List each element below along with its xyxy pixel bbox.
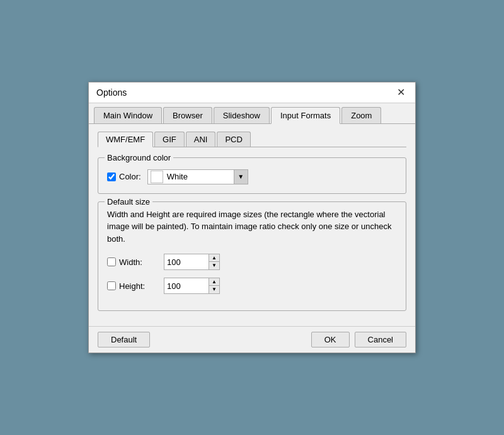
color-select[interactable]: White ▼ [147, 169, 248, 184]
ok-button[interactable]: OK [311, 332, 350, 347]
height-up-button[interactable]: ▲ [209, 278, 219, 286]
tab-gif[interactable]: GIF [154, 132, 185, 147]
width-row: Width: ▲ ▼ [107, 254, 397, 270]
width-spinner: ▲ ▼ [164, 254, 220, 270]
height-label-text: Height: [119, 281, 145, 291]
color-swatch [151, 171, 163, 183]
tab-slideshow[interactable]: Slideshow [214, 107, 270, 123]
color-label-text: Color: [119, 172, 141, 181]
cancel-button[interactable]: Cancel [355, 332, 406, 347]
tab-input-formats[interactable]: Input Formats [271, 107, 340, 124]
background-color-group: Background color Color: White ▼ [98, 157, 406, 194]
height-down-button[interactable]: ▼ [209, 286, 219, 293]
default-size-legend: Default size [105, 197, 152, 206]
height-row: Height: ▲ ▼ [107, 278, 397, 294]
outer-tabs: Main Window Browser Slideshow Input Form… [89, 103, 415, 124]
height-spin-buttons: ▲ ▼ [209, 278, 219, 293]
color-checkbox-label[interactable]: Color: [107, 172, 141, 181]
dialog-title: Options [96, 88, 127, 98]
background-color-legend: Background color [105, 153, 173, 162]
tab-pcd[interactable]: PCD [217, 132, 250, 147]
wmf-emf-content: Background color Color: White ▼ Default … [98, 155, 406, 312]
tab-main-window[interactable]: Main Window [94, 107, 162, 123]
height-input[interactable] [164, 278, 209, 293]
color-row: Color: White ▼ [107, 169, 397, 184]
close-button[interactable]: ✕ [394, 88, 408, 98]
options-dialog: Options ✕ Main Window Browser Slideshow … [88, 82, 416, 354]
color-value-text: White [166, 172, 234, 181]
title-bar: Options ✕ [89, 82, 415, 103]
height-spinner: ▲ ▼ [164, 278, 220, 294]
width-label-text: Width: [119, 257, 142, 267]
tab-ani[interactable]: ANI [186, 132, 216, 147]
width-input[interactable] [164, 254, 209, 269]
tab-zoom[interactable]: Zoom [341, 107, 381, 123]
color-dropdown-arrow[interactable]: ▼ [234, 170, 248, 184]
height-checkbox[interactable] [107, 281, 116, 290]
dialog-footer: Default OK Cancel [89, 326, 415, 353]
width-checkbox-label[interactable]: Width: [107, 257, 158, 267]
width-up-button[interactable]: ▲ [209, 254, 219, 262]
default-size-description: Width and Height are required image size… [107, 208, 397, 246]
width-spin-buttons: ▲ ▼ [209, 254, 219, 269]
tab-wmf-emf[interactable]: WMF/EMF [98, 132, 153, 147]
dialog-body: WMF/EMF GIF ANI PCD Background color Col… [89, 124, 415, 327]
default-size-group: Default size Width and Height are requir… [98, 201, 406, 312]
default-button[interactable]: Default [98, 332, 150, 347]
tab-browser[interactable]: Browser [163, 107, 212, 123]
height-checkbox-label[interactable]: Height: [107, 281, 158, 291]
width-checkbox[interactable] [107, 257, 116, 266]
color-checkbox[interactable] [107, 172, 116, 181]
inner-tabs: WMF/EMF GIF ANI PCD [98, 132, 406, 147]
width-down-button[interactable]: ▼ [209, 262, 219, 269]
